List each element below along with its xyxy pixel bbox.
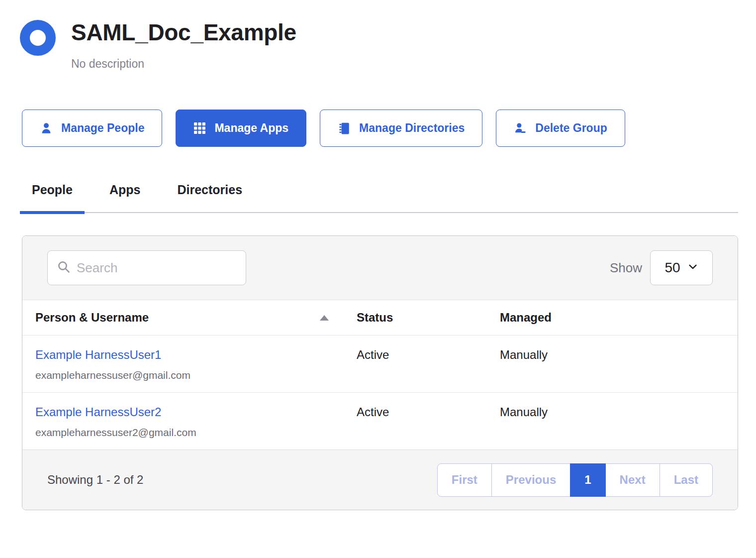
person-name-link[interactable]: Example HarnessUser1 (35, 348, 161, 362)
person-cell: Example HarnessUser2 exampleharnessuser2… (22, 393, 357, 449)
person-email: exampleharnessuser@gmail.com (35, 369, 357, 381)
person-email: exampleharnessuser2@gmail.com (35, 427, 357, 439)
status-cell: Active (357, 393, 500, 449)
toolbar-right: Show 50 (610, 250, 713, 285)
table-row: Example HarnessUser1 exampleharnessuser@… (22, 335, 738, 392)
search-box (47, 250, 246, 285)
search-icon (57, 260, 71, 276)
table-footer: Showing 1 - 2 of 2 First Previous 1 Next… (22, 449, 738, 510)
pagination-next-button[interactable]: Next (605, 463, 660, 497)
pagination-previous-button[interactable]: Previous (491, 463, 570, 497)
person-name-link[interactable]: Example HarnessUser2 (35, 405, 161, 419)
table-toolbar: Show 50 (22, 236, 738, 300)
tab-directories[interactable]: Directories (165, 183, 254, 212)
page-title: SAML_Doc_Example (71, 19, 296, 46)
column-header-managed[interactable]: Managed (500, 311, 738, 325)
table-row: Example HarnessUser2 exampleharnessuser2… (22, 392, 738, 449)
pagination-last-button[interactable]: Last (660, 463, 713, 497)
delete-group-label: Delete Group (535, 121, 607, 135)
action-button-row: Manage People Manage Apps Manage Directo… (22, 110, 738, 147)
search-input[interactable] (77, 260, 237, 276)
person-remove-icon (514, 122, 527, 135)
show-label: Show (610, 260, 642, 276)
manage-directories-label: Manage Directories (359, 121, 465, 135)
managed-cell: Manually (500, 335, 738, 392)
group-detail-page: SAML_Doc_Example No description Manage P… (0, 0, 756, 510)
column-header-person-username[interactable]: Person & Username (22, 311, 357, 325)
people-table-card: Show 50 Person & Username Status Managed… (22, 235, 738, 510)
pagination-first-button[interactable]: First (437, 463, 492, 497)
group-description: No description (71, 57, 296, 71)
tab-apps[interactable]: Apps (97, 183, 153, 212)
tab-people[interactable]: People (20, 183, 85, 212)
page-size-dropdown[interactable]: 50 (650, 250, 713, 285)
pagination-page-1-button[interactable]: 1 (570, 463, 605, 497)
manage-people-button[interactable]: Manage People (22, 110, 162, 147)
manage-apps-button[interactable]: Manage Apps (176, 110, 306, 147)
delete-group-button[interactable]: Delete Group (496, 110, 625, 147)
page-size-value: 50 (664, 260, 680, 276)
managed-cell: Manually (500, 393, 738, 449)
pagination: First Previous 1 Next Last (437, 463, 713, 497)
person-cell: Example HarnessUser1 exampleharnessuser@… (22, 335, 357, 392)
directory-book-icon (338, 122, 351, 135)
header-text: SAML_Doc_Example No description (71, 19, 296, 71)
column-header-status[interactable]: Status (357, 311, 500, 325)
page-header: SAML_Doc_Example No description (20, 19, 738, 71)
sort-ascending-icon (320, 315, 329, 321)
apps-grid-icon (193, 122, 206, 134)
status-cell: Active (357, 335, 500, 392)
column-header-person-label: Person & Username (35, 311, 149, 325)
chevron-down-icon (687, 260, 698, 276)
manage-directories-button[interactable]: Manage Directories (320, 110, 482, 147)
table-header-row: Person & Username Status Managed (22, 300, 738, 335)
manage-people-label: Manage People (61, 121, 144, 135)
person-icon (40, 122, 53, 135)
tab-bar: People Apps Directories (20, 183, 738, 213)
manage-apps-label: Manage Apps (214, 121, 288, 135)
results-summary: Showing 1 - 2 of 2 (47, 473, 143, 487)
group-ring-icon (20, 20, 56, 56)
